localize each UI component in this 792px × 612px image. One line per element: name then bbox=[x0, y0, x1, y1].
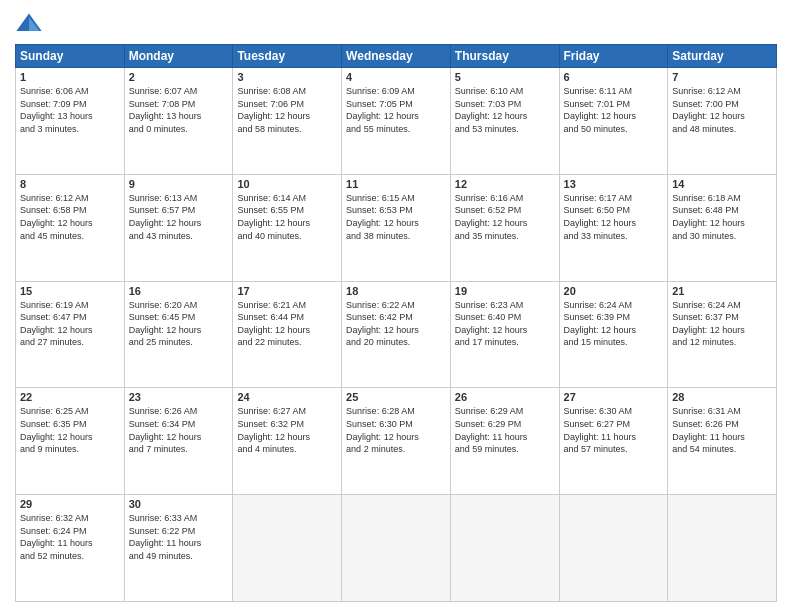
day-number: 7 bbox=[672, 71, 772, 83]
weekday-header-saturday: Saturday bbox=[668, 45, 777, 68]
day-info: Sunrise: 6:18 AMSunset: 6:48 PMDaylight:… bbox=[672, 192, 772, 242]
day-number: 18 bbox=[346, 285, 446, 297]
day-number: 9 bbox=[129, 178, 229, 190]
day-number: 21 bbox=[672, 285, 772, 297]
calendar: SundayMondayTuesdayWednesdayThursdayFrid… bbox=[15, 44, 777, 602]
weekday-header-monday: Monday bbox=[124, 45, 233, 68]
week-row-1: 1 Sunrise: 6:06 AMSunset: 7:09 PMDayligh… bbox=[16, 68, 777, 175]
day-info: Sunrise: 6:17 AMSunset: 6:50 PMDaylight:… bbox=[564, 192, 664, 242]
day-number: 4 bbox=[346, 71, 446, 83]
weekday-header-friday: Friday bbox=[559, 45, 668, 68]
day-cell: 10 Sunrise: 6:14 AMSunset: 6:55 PMDaylig… bbox=[233, 174, 342, 281]
day-info: Sunrise: 6:28 AMSunset: 6:30 PMDaylight:… bbox=[346, 405, 446, 455]
day-cell bbox=[668, 495, 777, 602]
week-row-3: 15 Sunrise: 6:19 AMSunset: 6:47 PMDaylig… bbox=[16, 281, 777, 388]
day-number: 3 bbox=[237, 71, 337, 83]
day-info: Sunrise: 6:16 AMSunset: 6:52 PMDaylight:… bbox=[455, 192, 555, 242]
day-number: 20 bbox=[564, 285, 664, 297]
day-cell: 30 Sunrise: 6:33 AMSunset: 6:22 PMDaylig… bbox=[124, 495, 233, 602]
day-info: Sunrise: 6:22 AMSunset: 6:42 PMDaylight:… bbox=[346, 299, 446, 349]
day-info: Sunrise: 6:24 AMSunset: 6:37 PMDaylight:… bbox=[672, 299, 772, 349]
day-cell bbox=[342, 495, 451, 602]
day-cell: 15 Sunrise: 6:19 AMSunset: 6:47 PMDaylig… bbox=[16, 281, 125, 388]
day-number: 10 bbox=[237, 178, 337, 190]
day-cell bbox=[559, 495, 668, 602]
day-cell: 9 Sunrise: 6:13 AMSunset: 6:57 PMDayligh… bbox=[124, 174, 233, 281]
logo bbox=[15, 10, 47, 38]
day-cell: 25 Sunrise: 6:28 AMSunset: 6:30 PMDaylig… bbox=[342, 388, 451, 495]
day-cell: 18 Sunrise: 6:22 AMSunset: 6:42 PMDaylig… bbox=[342, 281, 451, 388]
weekday-header-wednesday: Wednesday bbox=[342, 45, 451, 68]
day-info: Sunrise: 6:11 AMSunset: 7:01 PMDaylight:… bbox=[564, 85, 664, 135]
day-info: Sunrise: 6:27 AMSunset: 6:32 PMDaylight:… bbox=[237, 405, 337, 455]
day-cell: 13 Sunrise: 6:17 AMSunset: 6:50 PMDaylig… bbox=[559, 174, 668, 281]
day-cell: 12 Sunrise: 6:16 AMSunset: 6:52 PMDaylig… bbox=[450, 174, 559, 281]
day-number: 25 bbox=[346, 391, 446, 403]
day-cell: 24 Sunrise: 6:27 AMSunset: 6:32 PMDaylig… bbox=[233, 388, 342, 495]
day-cell: 20 Sunrise: 6:24 AMSunset: 6:39 PMDaylig… bbox=[559, 281, 668, 388]
day-cell bbox=[450, 495, 559, 602]
week-row-5: 29 Sunrise: 6:32 AMSunset: 6:24 PMDaylig… bbox=[16, 495, 777, 602]
day-info: Sunrise: 6:32 AMSunset: 6:24 PMDaylight:… bbox=[20, 512, 120, 562]
week-row-2: 8 Sunrise: 6:12 AMSunset: 6:58 PMDayligh… bbox=[16, 174, 777, 281]
day-info: Sunrise: 6:25 AMSunset: 6:35 PMDaylight:… bbox=[20, 405, 120, 455]
day-cell: 19 Sunrise: 6:23 AMSunset: 6:40 PMDaylig… bbox=[450, 281, 559, 388]
day-number: 23 bbox=[129, 391, 229, 403]
day-cell: 16 Sunrise: 6:20 AMSunset: 6:45 PMDaylig… bbox=[124, 281, 233, 388]
day-info: Sunrise: 6:07 AMSunset: 7:08 PMDaylight:… bbox=[129, 85, 229, 135]
day-info: Sunrise: 6:14 AMSunset: 6:55 PMDaylight:… bbox=[237, 192, 337, 242]
day-number: 26 bbox=[455, 391, 555, 403]
day-info: Sunrise: 6:24 AMSunset: 6:39 PMDaylight:… bbox=[564, 299, 664, 349]
day-cell: 21 Sunrise: 6:24 AMSunset: 6:37 PMDaylig… bbox=[668, 281, 777, 388]
day-cell: 2 Sunrise: 6:07 AMSunset: 7:08 PMDayligh… bbox=[124, 68, 233, 175]
day-info: Sunrise: 6:30 AMSunset: 6:27 PMDaylight:… bbox=[564, 405, 664, 455]
day-cell: 17 Sunrise: 6:21 AMSunset: 6:44 PMDaylig… bbox=[233, 281, 342, 388]
day-cell: 6 Sunrise: 6:11 AMSunset: 7:01 PMDayligh… bbox=[559, 68, 668, 175]
day-number: 16 bbox=[129, 285, 229, 297]
day-cell: 23 Sunrise: 6:26 AMSunset: 6:34 PMDaylig… bbox=[124, 388, 233, 495]
day-number: 19 bbox=[455, 285, 555, 297]
day-number: 6 bbox=[564, 71, 664, 83]
weekday-header-thursday: Thursday bbox=[450, 45, 559, 68]
day-number: 13 bbox=[564, 178, 664, 190]
day-info: Sunrise: 6:21 AMSunset: 6:44 PMDaylight:… bbox=[237, 299, 337, 349]
day-info: Sunrise: 6:33 AMSunset: 6:22 PMDaylight:… bbox=[129, 512, 229, 562]
day-cell: 5 Sunrise: 6:10 AMSunset: 7:03 PMDayligh… bbox=[450, 68, 559, 175]
day-cell: 26 Sunrise: 6:29 AMSunset: 6:29 PMDaylig… bbox=[450, 388, 559, 495]
day-info: Sunrise: 6:12 AMSunset: 6:58 PMDaylight:… bbox=[20, 192, 120, 242]
day-cell: 28 Sunrise: 6:31 AMSunset: 6:26 PMDaylig… bbox=[668, 388, 777, 495]
header bbox=[15, 10, 777, 38]
day-cell: 7 Sunrise: 6:12 AMSunset: 7:00 PMDayligh… bbox=[668, 68, 777, 175]
day-number: 24 bbox=[237, 391, 337, 403]
day-cell: 22 Sunrise: 6:25 AMSunset: 6:35 PMDaylig… bbox=[16, 388, 125, 495]
day-info: Sunrise: 6:23 AMSunset: 6:40 PMDaylight:… bbox=[455, 299, 555, 349]
day-info: Sunrise: 6:09 AMSunset: 7:05 PMDaylight:… bbox=[346, 85, 446, 135]
day-info: Sunrise: 6:20 AMSunset: 6:45 PMDaylight:… bbox=[129, 299, 229, 349]
day-number: 22 bbox=[20, 391, 120, 403]
day-number: 27 bbox=[564, 391, 664, 403]
day-number: 2 bbox=[129, 71, 229, 83]
day-cell: 3 Sunrise: 6:08 AMSunset: 7:06 PMDayligh… bbox=[233, 68, 342, 175]
day-number: 14 bbox=[672, 178, 772, 190]
day-cell: 1 Sunrise: 6:06 AMSunset: 7:09 PMDayligh… bbox=[16, 68, 125, 175]
day-cell: 29 Sunrise: 6:32 AMSunset: 6:24 PMDaylig… bbox=[16, 495, 125, 602]
day-number: 17 bbox=[237, 285, 337, 297]
day-number: 5 bbox=[455, 71, 555, 83]
day-number: 1 bbox=[20, 71, 120, 83]
day-cell: 11 Sunrise: 6:15 AMSunset: 6:53 PMDaylig… bbox=[342, 174, 451, 281]
day-cell: 8 Sunrise: 6:12 AMSunset: 6:58 PMDayligh… bbox=[16, 174, 125, 281]
weekday-header-sunday: Sunday bbox=[16, 45, 125, 68]
page: SundayMondayTuesdayWednesdayThursdayFrid… bbox=[0, 0, 792, 612]
day-info: Sunrise: 6:26 AMSunset: 6:34 PMDaylight:… bbox=[129, 405, 229, 455]
day-info: Sunrise: 6:13 AMSunset: 6:57 PMDaylight:… bbox=[129, 192, 229, 242]
day-number: 8 bbox=[20, 178, 120, 190]
day-info: Sunrise: 6:12 AMSunset: 7:00 PMDaylight:… bbox=[672, 85, 772, 135]
day-number: 28 bbox=[672, 391, 772, 403]
day-info: Sunrise: 6:29 AMSunset: 6:29 PMDaylight:… bbox=[455, 405, 555, 455]
day-number: 11 bbox=[346, 178, 446, 190]
day-cell: 27 Sunrise: 6:30 AMSunset: 6:27 PMDaylig… bbox=[559, 388, 668, 495]
day-number: 15 bbox=[20, 285, 120, 297]
day-cell bbox=[233, 495, 342, 602]
day-number: 12 bbox=[455, 178, 555, 190]
day-info: Sunrise: 6:31 AMSunset: 6:26 PMDaylight:… bbox=[672, 405, 772, 455]
